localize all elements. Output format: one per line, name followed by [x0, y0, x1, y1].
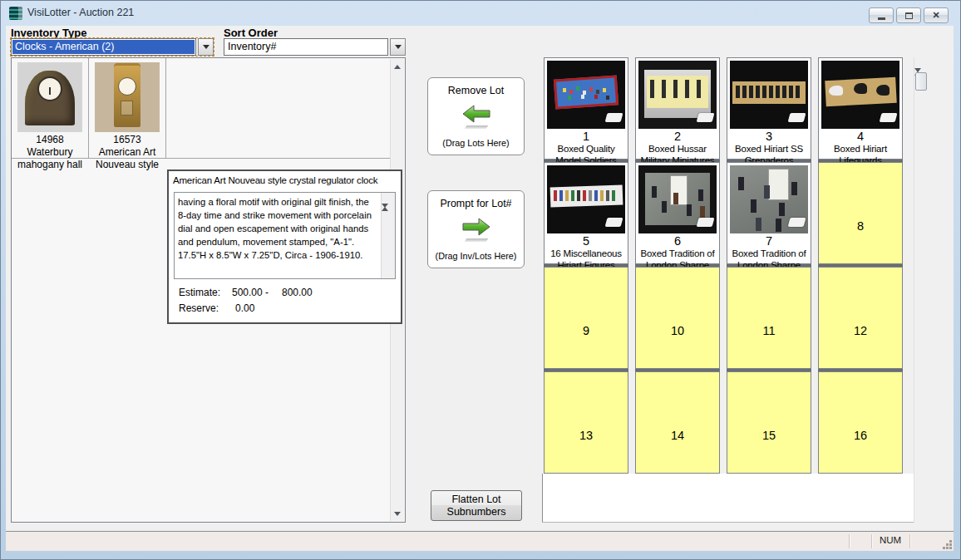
sort-order-value[interactable]: Inventory# — [224, 38, 388, 56]
restore-button[interactable] — [896, 7, 921, 23]
green-arrow-right-icon — [428, 217, 524, 242]
lots-column: 3Boxed Hiriart SSGrenaderos7Boxed Tradit… — [727, 57, 811, 474]
statusbar-separator — [849, 534, 850, 548]
lot-cell-9[interactable]: 9 — [544, 267, 628, 369]
lots-scrollbar[interactable] — [914, 57, 928, 523]
lot-number: 1 — [545, 130, 628, 144]
lot-cell-16[interactable]: 16 — [818, 371, 903, 474]
lots-unassigned-area — [542, 474, 914, 523]
close-icon: ✕ — [932, 11, 939, 20]
lot-cell-12[interactable]: 12 — [818, 267, 903, 369]
resize-grip[interactable] — [949, 540, 952, 543]
lot-number: 14 — [636, 429, 719, 442]
lot-number: 12 — [819, 324, 902, 337]
triangle-down-icon — [394, 512, 401, 516]
reserve-label: Reserve: — [179, 302, 219, 314]
app-icon — [9, 7, 22, 20]
inventory-item[interactable]: 16573American ArtNouveau style — [89, 58, 166, 158]
window-controls: ✕ — [869, 7, 949, 23]
detail-description-text: having a floral motif with original gilt… — [178, 195, 377, 262]
lot-number: 2 — [636, 130, 719, 144]
lot-number: 10 — [636, 324, 719, 337]
triangle-up-icon — [394, 65, 401, 69]
lot-cell-4[interactable]: 4Boxed HiriartLifeguards — [818, 57, 903, 160]
lot-cell-5[interactable]: 516 MiscellaneousHiriart Figures — [544, 162, 628, 264]
lots-column: 2Boxed HussarMilitary Miniatures6Boxed T… — [635, 57, 720, 474]
lot-photo — [547, 165, 625, 233]
lot-cell-7[interactable]: 7Boxed Tradition ofLondon Sharpe — [727, 162, 811, 264]
lot-cell-13[interactable]: 13 — [544, 371, 628, 474]
inventory-item[interactable]: 14968Waterburymahogany hall — [12, 58, 89, 158]
estimate-high: 800.00 — [282, 287, 313, 298]
lots-grid: 1Boxed QualityModel Soldiers516 Miscella… — [544, 57, 903, 474]
lot-cell-14[interactable]: 14 — [635, 371, 720, 474]
lot-number: 13 — [545, 429, 628, 442]
lot-number: 4 — [819, 130, 902, 144]
sort-order-dropdown[interactable]: Inventory# — [224, 38, 406, 56]
lot-number: 6 — [636, 234, 719, 248]
detail-description-box[interactable]: having a floral motif with original gilt… — [174, 192, 396, 279]
status-bar: NUM — [6, 531, 954, 551]
lot-number: 15 — [727, 429, 811, 442]
sort-order-dropdown-button[interactable] — [390, 38, 406, 56]
lot-cell-3[interactable]: 3Boxed Hiriart SSGrenaderos — [727, 57, 811, 160]
minimize-button[interactable] — [869, 7, 894, 23]
estimate-label: Estimate: — [179, 287, 220, 298]
flatten-line1: Flatten Lot — [431, 494, 521, 506]
flatten-line2: Subnumbers — [431, 506, 521, 518]
inventory-type-dropdown-button[interactable] — [198, 38, 214, 56]
inventory-row: 14968Waterburymahogany hall16573American… — [12, 58, 390, 159]
lot-number: 9 — [545, 324, 628, 337]
remove-lot-title: Remove Lot — [428, 85, 524, 96]
green-arrow-left-icon — [428, 104, 524, 129]
lot-photo — [638, 61, 717, 129]
lot-photo — [638, 165, 717, 233]
lots-column: 4Boxed HiriartLifeguards81216 — [818, 57, 903, 474]
lot-cell-1[interactable]: 1Boxed QualityModel Soldiers — [544, 57, 628, 160]
scrollbar-thumb[interactable] — [915, 72, 927, 91]
scroll-down-arrow[interactable] — [391, 507, 404, 520]
lot-number: 5 — [545, 234, 628, 248]
flatten-lot-subnumbers-button[interactable]: Flatten Lot Subnumbers — [431, 490, 522, 521]
lot-photo — [821, 61, 899, 129]
scroll-up-arrow[interactable] — [391, 60, 404, 73]
statusbar-separator — [909, 534, 910, 548]
lot-cell-8[interactable]: 8 — [818, 162, 903, 264]
inventory-item-name: Waterburymahogany hall — [12, 146, 88, 171]
prompt-for-lot-dropzone[interactable]: Prompt for Lot# (Drag Inv/Lots Here) — [427, 190, 525, 268]
num-lock-indicator: NUM — [871, 535, 909, 545]
item-detail-popup: American Art Nouveau style crystal regul… — [167, 169, 402, 324]
lot-cell-6[interactable]: 6Boxed Tradition ofLondon Sharpe — [635, 162, 720, 264]
lot-number: 3 — [727, 130, 811, 144]
lot-cell-15[interactable]: 15 — [727, 371, 811, 474]
lot-number: 16 — [819, 429, 902, 442]
lot-number: 8 — [819, 219, 902, 233]
remove-lot-dropzone[interactable]: Remove Lot (Drag Lots Here) — [427, 77, 525, 155]
close-button[interactable]: ✕ — [924, 7, 949, 23]
minimize-icon — [878, 17, 885, 20]
inventory-item-photo — [95, 62, 160, 132]
client-area: Inventory Type Sort Order Clocks - Ameri… — [6, 26, 954, 551]
sort-order-label: Sort Order — [224, 27, 278, 39]
description-scrollbar[interactable] — [381, 193, 395, 278]
estimate-low: 500.00 - — [232, 287, 269, 298]
prompt-for-lot-title: Prompt for Lot# — [428, 198, 524, 209]
remove-lot-hint: (Drag Lots Here) — [428, 138, 524, 148]
chevron-down-icon — [203, 45, 209, 49]
lot-cell-11[interactable]: 11 — [727, 267, 811, 369]
lots-column: 1Boxed QualityModel Soldiers516 Miscella… — [544, 57, 628, 474]
restore-icon — [905, 12, 913, 19]
prompt-for-lot-hint: (Drag Inv/Lots Here) — [428, 251, 524, 261]
lot-cell-2[interactable]: 2Boxed HussarMilitary Miniatures — [635, 57, 720, 160]
lot-cell-10[interactable]: 10 — [635, 267, 720, 369]
titlebar: VisiLotter - Auction 221 ✕ — [1, 1, 960, 26]
inventory-item-photo — [17, 62, 82, 132]
inventory-item-id: 16573 — [89, 134, 165, 146]
lot-photo — [730, 165, 808, 233]
scroll-down-arrow[interactable] — [382, 208, 395, 223]
inventory-type-label: Inventory Type — [11, 27, 87, 39]
detail-title: American Art Nouveau style crystal regul… — [173, 175, 399, 185]
inventory-type-value[interactable]: Clocks - American (2) — [11, 38, 196, 56]
inventory-type-dropdown[interactable]: Clocks - American (2) — [11, 38, 214, 56]
lot-number: 7 — [727, 234, 811, 248]
